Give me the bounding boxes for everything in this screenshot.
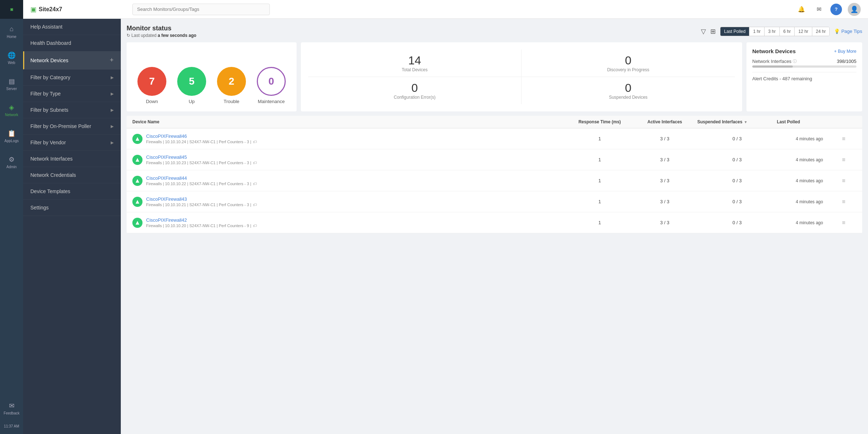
icon-bar-bottom: ✉ Feedback 11:37 AM bbox=[0, 395, 23, 434]
tag-icon: 🏷 bbox=[253, 203, 257, 207]
avatar[interactable]: 👤 bbox=[848, 3, 861, 16]
device-name-cell: CiscoPIXFirewall44 Firewalls | 10.10.10.… bbox=[132, 175, 567, 186]
device-meta: Firewalls | 10.10.10.24 | S24X7-NW-C1 | … bbox=[146, 140, 257, 144]
page-title: Monitor status bbox=[127, 25, 196, 32]
response-time-cell: 1 bbox=[567, 136, 632, 141]
feedback-icon: ✉ bbox=[8, 402, 16, 410]
sidebar-item-web[interactable]: 🌐 Web bbox=[0, 45, 23, 71]
table-header-row: Device Name Response Time (ms) Active In… bbox=[127, 116, 862, 128]
right-panel: Network Devices + Buy More Network Inter… bbox=[746, 42, 862, 111]
sidebar-item-network-interfaces[interactable]: Network Interfaces bbox=[23, 151, 121, 167]
col-actions bbox=[842, 119, 856, 124]
sidebar-item-admin[interactable]: ⚙ Admin bbox=[0, 149, 23, 175]
sidebar-item-settings[interactable]: Settings bbox=[23, 200, 121, 216]
sidebar-item-server[interactable]: ▤ Server bbox=[0, 71, 23, 97]
table-row: CiscoPIXFirewall46 Firewalls | 10.10.10.… bbox=[127, 128, 862, 149]
suspended-interfaces-cell: 0 / 3 bbox=[697, 178, 777, 183]
device-name-cell: CiscoPIXFirewall42 Firewalls | 10.10.10.… bbox=[132, 217, 567, 228]
col-suspended-interfaces[interactable]: Suspended Interfaces ▼ bbox=[697, 119, 777, 124]
sidebar-item-filter-by-vendor[interactable]: Filter by Vendor ▶ bbox=[23, 135, 121, 151]
discovery-in-progress-item: 0 Discovery in Progress bbox=[522, 50, 735, 77]
search-input[interactable] bbox=[132, 4, 270, 15]
time-btn-6hr[interactable]: 6 hr bbox=[780, 27, 795, 36]
maintenance-circle[interactable]: 0 bbox=[257, 67, 286, 96]
total-devices-item: 14 Total Devices bbox=[308, 50, 522, 77]
device-name-link[interactable]: CiscoPIXFirewall45 bbox=[146, 154, 187, 160]
time-btn-12hr[interactable]: 12 hr bbox=[795, 27, 812, 36]
sidebar-item-health-dashboard[interactable]: Health Dashboard bbox=[23, 35, 121, 51]
svg-marker-0 bbox=[136, 137, 139, 141]
bell-icon: 🔔 bbox=[798, 6, 805, 13]
svg-marker-1 bbox=[136, 158, 139, 162]
time-btn-3hr[interactable]: 3 hr bbox=[765, 27, 780, 36]
active-interfaces-cell: 3 / 3 bbox=[632, 136, 697, 141]
refresh-icon[interactable]: ↻ bbox=[127, 33, 130, 38]
time-btn-last-polled[interactable]: Last Polled bbox=[720, 27, 749, 36]
grid-view-icon[interactable]: ⊞ bbox=[710, 27, 716, 35]
device-name-cell: CiscoPIXFirewall43 Firewalls | 10.10.10.… bbox=[132, 196, 567, 207]
sidebar-item-network-credentials[interactable]: Network Credentials bbox=[23, 167, 121, 183]
row-menu-icon[interactable]: ≡ bbox=[842, 220, 856, 226]
filter-icon[interactable]: ▽ bbox=[701, 27, 706, 35]
down-circle[interactable]: 7 bbox=[137, 67, 166, 96]
sidebar-item-home[interactable]: ⌂ Home bbox=[0, 19, 23, 45]
sidebar-item-applogs[interactable]: 📋 AppLogs bbox=[0, 123, 23, 149]
tag-icon: 🏷 bbox=[253, 161, 257, 165]
buy-more-link[interactable]: + Buy More bbox=[834, 49, 856, 54]
col-active-interfaces[interactable]: Active Interfaces bbox=[632, 119, 697, 124]
tag-icon: 🏷 bbox=[253, 224, 257, 228]
topbar-icons: 🔔 ✉ ? 👤 bbox=[796, 3, 861, 16]
home-icon: ⌂ bbox=[8, 25, 16, 33]
admin-icon: ⚙ bbox=[8, 156, 16, 163]
sidebar-item-filter-by-type[interactable]: Filter by Type ▶ bbox=[23, 86, 121, 102]
sidebar-item-network[interactable]: ◈ Network bbox=[0, 97, 23, 123]
chevron-right-icon: ▶ bbox=[111, 124, 114, 129]
row-menu-icon[interactable]: ≡ bbox=[842, 178, 856, 184]
row-menu-icon[interactable]: ≡ bbox=[842, 136, 856, 142]
help-button[interactable]: ? bbox=[830, 4, 842, 15]
status-indicator-up bbox=[132, 197, 142, 207]
time-btn-1hr[interactable]: 1 hr bbox=[749, 27, 765, 36]
content-area: Monitor status ↻ Last updated a few seco… bbox=[121, 19, 868, 434]
interface-label: Network Interfaces ⓘ bbox=[752, 59, 797, 64]
col-last-polled[interactable]: Last Polled bbox=[777, 119, 842, 124]
messages-button[interactable]: ✉ bbox=[813, 4, 825, 15]
row-menu-icon[interactable]: ≡ bbox=[842, 199, 856, 205]
col-device-name[interactable]: Device Name bbox=[132, 119, 567, 124]
time-display: 11:37 AM bbox=[4, 421, 19, 431]
stats-row: 7 Down 5 Up 2 Trouble 0 Maintenance bbox=[127, 42, 862, 111]
sidebar-item-feedback[interactable]: ✉ Feedback bbox=[0, 395, 23, 421]
device-name-info: CiscoPIXFirewall43 Firewalls | 10.10.10.… bbox=[146, 196, 257, 207]
device-name-link[interactable]: CiscoPIXFirewall43 bbox=[146, 196, 187, 202]
chevron-right-icon: ▶ bbox=[111, 92, 114, 96]
svg-marker-2 bbox=[136, 179, 139, 183]
up-circle[interactable]: 5 bbox=[177, 67, 206, 96]
applogs-icon: 📋 bbox=[8, 129, 16, 137]
device-meta: Firewalls | 10.10.10.22 | S24X7-NW-C1 | … bbox=[146, 182, 257, 186]
sidebar-item-filter-by-category[interactable]: Filter by Category ▶ bbox=[23, 69, 121, 86]
add-network-device-icon[interactable]: + bbox=[110, 56, 114, 64]
sidebar-item-filter-by-subnets[interactable]: Filter by Subnets ▶ bbox=[23, 102, 121, 118]
col-response-time[interactable]: Response Time (ms) bbox=[567, 119, 632, 124]
sidebar-item-help-assistant[interactable]: Help Assistant bbox=[23, 19, 121, 35]
device-name-link[interactable]: CiscoPIXFirewall44 bbox=[146, 175, 187, 181]
monitor-title-group: Monitor status ↻ Last updated a few seco… bbox=[127, 25, 196, 38]
info-icon[interactable]: ⓘ bbox=[793, 59, 797, 64]
page-tips-link[interactable]: 💡 Page Tips bbox=[834, 29, 862, 34]
device-name-link[interactable]: CiscoPIXFirewall46 bbox=[146, 133, 187, 139]
progress-bar bbox=[752, 65, 856, 68]
device-name-info: CiscoPIXFirewall42 Firewalls | 10.10.10.… bbox=[146, 217, 257, 228]
device-name-link[interactable]: CiscoPIXFirewall42 bbox=[146, 217, 187, 223]
row-menu-icon[interactable]: ≡ bbox=[842, 157, 856, 163]
sidebar-item-device-templates[interactable]: Device Templates bbox=[23, 183, 121, 200]
sidebar-item-filter-by-on-premise-poller[interactable]: Filter by On-Premise Poller ▶ bbox=[23, 118, 121, 135]
notifications-button[interactable]: 🔔 bbox=[796, 4, 807, 15]
svg-marker-3 bbox=[136, 200, 139, 204]
trouble-circle[interactable]: 2 bbox=[217, 67, 246, 96]
time-btn-24hr[interactable]: 24 hr bbox=[812, 27, 829, 36]
status-circle-maintenance: 0 Maintenance bbox=[257, 67, 286, 104]
suspended-interfaces-cell: 0 / 3 bbox=[697, 220, 777, 225]
status-indicator-up bbox=[132, 134, 142, 144]
sidebar-item-network-devices[interactable]: Network Devices + bbox=[23, 51, 121, 69]
interface-row: Network Interfaces ⓘ 398/1005 bbox=[752, 59, 856, 68]
